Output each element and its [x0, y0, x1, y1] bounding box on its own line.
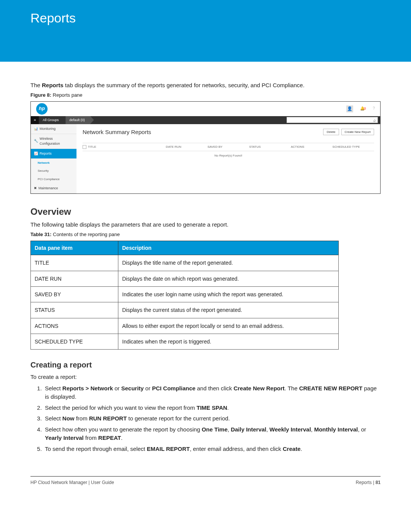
table-row: DATE RUNDisplays the date on which repor… — [31, 271, 339, 286]
step-3: Select Now from RUN REPORT to generate r… — [43, 414, 381, 423]
table-row: ACTIONSAllows to either export the repor… — [31, 318, 339, 334]
delete-button[interactable]: Delete — [323, 129, 339, 136]
table-caption: Table 31: Contents of the reporting pane — [30, 231, 381, 238]
table-header-item: Data pane item — [31, 241, 118, 255]
intro-paragraph: The Reports tab displays the summary of … — [30, 81, 381, 89]
hp-logo-icon: hp — [36, 103, 48, 115]
no-reports-text: No Report(s) Found! — [83, 151, 374, 160]
search-input[interactable] — [287, 117, 378, 123]
creating-intro: To create a report: — [30, 373, 381, 381]
overview-text: The following table displays the paramet… — [30, 220, 381, 229]
table-row: SAVED BYIndicates the user login name us… — [31, 286, 339, 302]
banner: Reports — [0, 0, 411, 62]
crumb-default[interactable]: default (0) — [65, 116, 94, 124]
notification-icon[interactable]: 🔔0 — [360, 106, 366, 112]
breadcrumb: ≡ All Groups default (0) — [31, 116, 380, 124]
page-title: Reports — [30, 11, 381, 26]
step-5: To send the report through email, select… — [43, 445, 381, 454]
contents-table: Data pane item Description TITLEDisplays… — [30, 241, 339, 350]
footer-left: HP Cloud Network Manager | User Guide — [30, 480, 114, 485]
sidebar: 📊Monitoring 🔧Wireless Configuration 📈Rep… — [31, 124, 76, 193]
steps-list: Select Reports > Network or Security or … — [43, 384, 381, 454]
step-1: Select Reports > Network or Security or … — [43, 384, 381, 401]
help-icon[interactable]: ? — [373, 106, 375, 112]
menu-icon[interactable]: ≡ — [31, 116, 39, 124]
figure-caption: Figure 8: Reports pane — [30, 92, 381, 99]
main-title: Network Summary Reports — [83, 128, 151, 136]
sidebar-sub-pci[interactable]: PCI Compliance — [31, 175, 76, 184]
sidebar-sub-network[interactable]: Network — [31, 159, 76, 167]
crumb-all-groups[interactable]: All Groups — [39, 116, 68, 124]
sidebar-sub-security[interactable]: Security — [31, 167, 76, 175]
sidebar-item-wireless[interactable]: 🔧Wireless Configuration — [31, 134, 76, 149]
create-new-report-button[interactable]: Create New Report — [341, 129, 374, 136]
creating-heading: Creating a report — [30, 359, 381, 371]
sidebar-item-reports[interactable]: 📈Reports — [31, 149, 76, 159]
table-row: SCHEDULED TYPEIndicates when the report … — [31, 334, 339, 349]
figure-reports-pane: hp 👤 🔔0 ? ≡ All Groups default (0) 📊Moni… — [30, 101, 381, 194]
report-table-header: TITLE DATE RUN SAVED BY STATUS ACTIONS S… — [83, 143, 374, 151]
sidebar-item-maintenance[interactable]: ✖Maintenance — [31, 184, 76, 193]
table-row: TITLEDisplays the title name of the repo… — [31, 255, 339, 271]
overview-heading: Overview — [30, 205, 381, 219]
table-header-desc: Description — [118, 241, 339, 255]
user-icon[interactable]: 👤 — [346, 105, 353, 112]
sidebar-item-monitoring[interactable]: 📊Monitoring — [31, 124, 76, 134]
step-2: Select the period for which you want to … — [43, 404, 381, 412]
footer: HP Cloud Network Manager | User Guide Re… — [0, 477, 411, 497]
step-4: Select how often you want to generate th… — [43, 425, 381, 443]
footer-right: Reports | 81 — [356, 480, 381, 485]
table-row: STATUSDisplays the current status of the… — [31, 302, 339, 318]
